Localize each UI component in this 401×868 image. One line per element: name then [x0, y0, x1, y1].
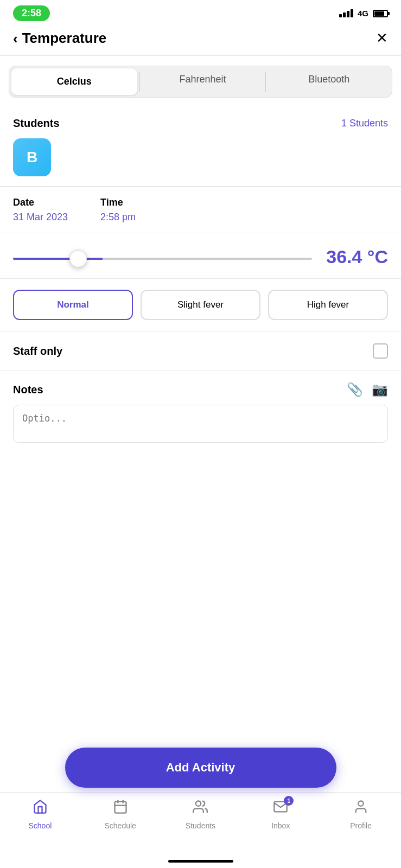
inbox-badge: 1 [284, 796, 294, 806]
nav-label-inbox: Inbox [271, 821, 290, 830]
nav-label-students: Students [186, 821, 215, 830]
add-activity-button[interactable]: Add Activity [65, 748, 336, 788]
back-button[interactable]: ‹ [13, 31, 18, 46]
time-block: Time 2:58 pm [100, 197, 136, 223]
nav-item-schedule[interactable]: Schedule [80, 799, 161, 830]
date-value[interactable]: 31 Mar 2023 [13, 212, 68, 222]
staff-only-checkbox[interactable] [373, 343, 388, 359]
nav-label-profile: Profile [350, 821, 372, 830]
fever-options: Normal Slight fever High fever [13, 290, 388, 320]
notes-label: Notes [13, 384, 43, 396]
camera-icon[interactable]: 📷 [372, 382, 388, 397]
nav-item-profile[interactable]: Profile [321, 799, 401, 830]
battery-icon [373, 10, 388, 17]
nav-item-inbox[interactable]: 1 Inbox [240, 799, 321, 830]
students-header: Students 1 Students [13, 117, 388, 130]
status-time: 2:58 [13, 5, 50, 21]
home-indicator [168, 860, 233, 863]
student-avatar[interactable]: B [13, 138, 51, 176]
signal-icon [339, 9, 353, 17]
slider-container [13, 252, 312, 262]
bottom-nav: School Schedule Students [0, 792, 401, 868]
nav-label-school: School [28, 821, 52, 830]
nav-label-schedule: Schedule [105, 821, 136, 830]
students-label: Students [13, 117, 60, 130]
svg-point-5 [358, 801, 363, 806]
date-time-section: Date 31 Mar 2023 Time 2:58 pm [0, 187, 401, 233]
svg-rect-0 [114, 802, 126, 813]
network-label: 4G [358, 9, 368, 18]
notes-actions: 📎 📷 [347, 382, 388, 397]
page-title: Temperature [22, 30, 107, 47]
unit-fahrenheit[interactable]: Fahrenheit [140, 66, 266, 97]
notes-header: Notes 📎 📷 [13, 382, 388, 397]
avatar-initial: B [27, 149, 37, 166]
status-right: 4G [339, 9, 388, 18]
fever-high-button[interactable]: High fever [268, 290, 388, 320]
schedule-icon [113, 799, 128, 818]
fever-normal-button[interactable]: Normal [13, 290, 133, 320]
time-label: Time [100, 197, 136, 208]
fever-slight-button[interactable]: Slight fever [141, 290, 260, 320]
inbox-badge-container: 1 [273, 799, 288, 818]
unit-bluetooth[interactable]: Bluetooth [266, 66, 392, 97]
attach-icon[interactable]: 📎 [347, 382, 363, 397]
slider-row: 36.4 °C [13, 246, 388, 267]
add-activity-overlay: Add Activity [65, 748, 336, 788]
notes-section: Notes 📎 📷 [0, 371, 401, 445]
staff-only-label: Staff only [13, 345, 62, 358]
date-block: Date 31 Mar 2023 [13, 197, 68, 223]
date-label: Date [13, 197, 68, 208]
close-button[interactable]: ✕ [376, 30, 388, 47]
header-divider [0, 55, 401, 56]
unit-selector: Celcius Fahrenheit Bluetooth [9, 66, 392, 98]
temperature-display: 36.4 °C [323, 246, 388, 267]
students-section: Students 1 Students B [0, 107, 401, 186]
temperature-slider[interactable] [13, 258, 312, 260]
status-bar: 2:58 4G [0, 0, 401, 24]
svg-point-4 [196, 801, 201, 806]
staff-only-section: Staff only [0, 331, 401, 371]
unit-celcius[interactable]: Celcius [11, 68, 137, 95]
notes-input[interactable] [13, 405, 388, 443]
header: ‹ Temperature ✕ [0, 24, 401, 55]
home-icon [33, 799, 48, 818]
profile-icon [353, 799, 368, 818]
students-count: 1 Students [341, 118, 388, 129]
fever-section: Normal Slight fever High fever [0, 279, 401, 331]
temperature-slider-section: 36.4 °C [0, 233, 401, 279]
students-icon [193, 799, 208, 818]
time-value[interactable]: 2:58 pm [100, 212, 136, 222]
nav-item-students[interactable]: Students [161, 799, 241, 830]
nav-item-school[interactable]: School [0, 799, 80, 830]
header-left: ‹ Temperature [13, 30, 106, 47]
